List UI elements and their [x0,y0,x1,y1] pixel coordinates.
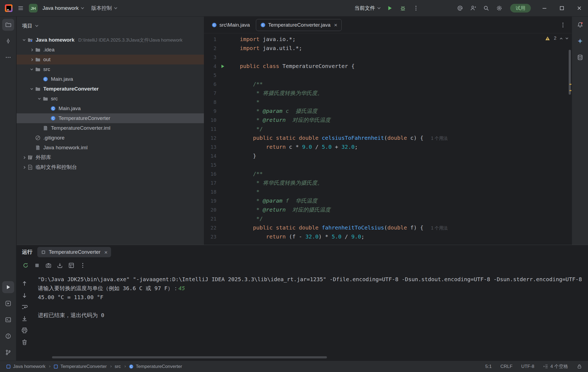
search-button[interactable] [480,2,492,14]
chevron-right-icon[interactable] [23,156,25,159]
problems-button[interactable] [2,330,14,342]
tree-item-label: .idea [43,47,54,53]
tree-item[interactable]: TemperatureConverter.iml [17,123,204,133]
chevron-down-icon[interactable] [23,38,25,41]
chevron-down-icon[interactable] [30,67,33,70]
more-vertical-icon [413,5,419,11]
code-area[interactable]: import java.io.*;import java.util.*;publ… [240,35,572,245]
code-line: */ [240,214,572,223]
close-button[interactable] [571,0,588,17]
tree-item[interactable]: CTemperatureConverter [17,113,204,123]
tree-item[interactable]: Java homework.iml [17,143,204,153]
run-tab[interactable]: TemperatureConverter × [37,247,111,257]
chevron-right-icon[interactable] [23,166,25,169]
arrow-up-button[interactable] [21,280,28,288]
project-panel-header[interactable]: 项目 [17,17,204,35]
more-horizontal-button[interactable] [2,51,14,63]
project-button[interactable] [2,19,14,31]
stop-button[interactable] [34,262,40,269]
tree-item[interactable]: .gitignore [17,133,204,143]
breadcrumb-item[interactable]: src [115,364,121,369]
notifications-button[interactable] [574,19,586,31]
tree-item[interactable]: .idea [17,45,204,55]
next-issue-icon[interactable] [566,36,568,39]
import-layout-button[interactable] [57,262,63,269]
tree-item[interactable]: src [17,94,204,104]
debug-button[interactable] [397,2,409,14]
console-output[interactable]: "D:\Java JDK25\bin\java.exe" "-javaagent… [38,275,587,354]
tree-item[interactable]: 外部库 [17,153,204,162]
line-separator[interactable]: CRLF [500,364,512,369]
more-actions-button[interactable] [410,2,422,14]
tree-item[interactable]: 临时文件和控制台 [17,162,204,172]
editor-tab[interactable]: CTemperatureConverter.java× [256,19,342,31]
chevron-down-icon[interactable] [38,97,41,100]
hamburger-menu-icon [18,5,24,11]
settings-button[interactable] [493,2,505,14]
layout-button[interactable] [68,262,74,269]
screenshot-button[interactable] [45,262,51,269]
tree-item[interactable]: out [17,55,204,64]
at-sign-button[interactable] [454,2,466,14]
rerun-button[interactable] [23,262,29,269]
editor-tab[interactable]: Csrc\Main.java [207,19,254,31]
ai-assistant-button[interactable] [574,35,586,47]
breadcrumb-separator-icon [110,365,112,367]
chevron-right-icon[interactable] [30,48,33,51]
readonly-toggle[interactable] [577,364,582,369]
code-line: * [240,187,572,196]
chevron-right-icon[interactable] [30,58,33,61]
tree-item[interactable]: src [17,64,204,74]
maximize-button[interactable] [553,0,571,17]
warning-stripe-mark[interactable] [569,84,571,85]
chevron-down-icon[interactable] [30,87,33,90]
inspections-widget[interactable]: 2 [545,36,568,41]
editor-tab-options-button[interactable] [558,20,568,30]
previous-issue-icon[interactable] [560,38,563,40]
indent-style[interactable]: 4 个空格 [543,363,568,370]
close-tab-icon[interactable]: × [334,22,337,28]
vcs-widget[interactable]: 版本控制 [88,2,120,14]
project-path: D:\IntelliJ IDEA 2025.3.3\Java文件\Java ho… [78,37,183,43]
clear-icon [21,339,28,345]
run-button[interactable] [2,281,14,293]
trial-badge[interactable]: 试用 [510,4,531,13]
soft-wrap-icon [21,304,28,310]
terminal-button[interactable] [2,314,14,326]
folder-icon [43,96,48,101]
tree-item-label: out [43,57,50,63]
main-menu-button[interactable] [15,2,27,14]
soft-wrap-button[interactable] [21,304,28,311]
database-button[interactable] [574,51,586,63]
file-encoding[interactable]: UTF-8 [521,364,534,369]
project-widget[interactable]: Java homework [40,2,86,14]
breadcrumb-item[interactable]: CTemperatureConverter [129,364,182,369]
indent-icon [543,364,548,369]
minimize-button[interactable] [536,0,553,17]
tree-item[interactable]: Java homeworkD:\IntelliJ IDEA 2025.3.3\J… [17,35,204,45]
editor-scrollbar[interactable] [569,50,571,95]
console-horizontal-scrollbar[interactable] [52,356,327,358]
tree-item[interactable]: CMain.java [17,74,204,84]
run-class-gutter-icon[interactable] [220,64,225,69]
caret-position[interactable]: 5:1 [485,364,492,369]
tree-item[interactable]: TemperatureConverter [17,84,204,94]
add-user-button[interactable] [467,2,479,14]
warning-stripe-mark[interactable] [569,90,571,91]
run-button[interactable] [384,2,396,14]
arrow-down-button[interactable] [21,292,28,300]
breadcrumb-item[interactable]: TemperatureConverter [53,364,107,369]
breadcrumb-item[interactable]: Java homework [6,364,45,369]
close-run-tab-icon[interactable]: × [104,249,108,255]
add-user-icon [470,5,476,11]
code-line: * @return 对应的摄氏温度 [240,205,572,214]
scroll-to-end-button[interactable] [21,315,28,323]
commit-button[interactable] [2,35,14,47]
tree-item[interactable]: CMain.java [17,104,204,113]
more-vertical-button[interactable] [80,262,86,269]
clear-button[interactable] [21,339,28,346]
run-configuration-selector[interactable]: 当前文件 [352,2,383,14]
print-button[interactable] [21,327,28,335]
services-button[interactable] [2,297,14,309]
git-branch-button[interactable] [2,346,14,358]
